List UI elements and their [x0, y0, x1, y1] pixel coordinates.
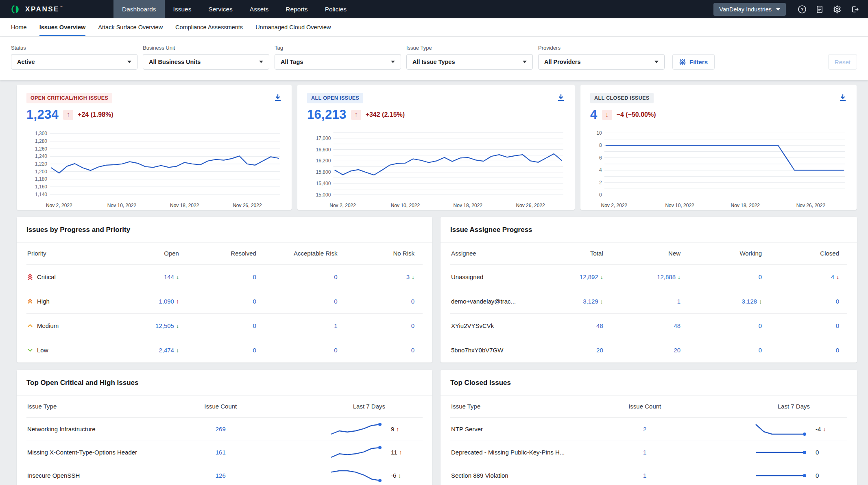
filter-providers: Providers All Providers [538, 45, 665, 70]
trend-up-icon: ↑ [63, 110, 73, 120]
sign-out-icon[interactable] [850, 5, 859, 14]
metric-link[interactable]: 4 [831, 273, 834, 280]
download-icon[interactable] [838, 93, 848, 103]
tab-unmanaged-cloud-overview[interactable]: Unmanaged Cloud Overview [255, 18, 331, 36]
svg-text:1,160: 1,160 [35, 184, 47, 190]
download-icon[interactable] [556, 93, 566, 103]
settings-icon[interactable] [833, 5, 842, 14]
top-closed-issues-card: Top Closed Issues Issue TypeIssue CountL… [441, 370, 857, 485]
account-switcher-button[interactable]: VanDelay Industries [713, 3, 786, 16]
trend-up-icon: ↑ [396, 426, 399, 433]
issue-count-link[interactable]: 126 [216, 472, 226, 479]
release-notes-icon[interactable] [815, 5, 824, 14]
metric-link[interactable]: 0 [411, 298, 414, 305]
svg-text:Nov 2, 2022: Nov 2, 2022 [329, 203, 356, 208]
metric-link[interactable]: 0 [836, 298, 839, 305]
metric-link[interactable]: 0 [253, 347, 256, 354]
metric-link[interactable]: 0 [253, 298, 256, 305]
metric-link[interactable]: 0 [334, 298, 337, 305]
metric-link[interactable]: 0 [759, 347, 762, 354]
issue-type-select[interactable]: All Issue Types [406, 54, 533, 70]
issue-count-link[interactable]: 161 [216, 449, 226, 456]
nav-item-reports[interactable]: Reports [277, 0, 316, 18]
nav-item-assets[interactable]: Assets [241, 0, 277, 18]
table-row: Section 889 Violation10 [450, 464, 847, 485]
metric-link[interactable]: 0 [334, 347, 337, 354]
column-header: No Risk [338, 242, 423, 264]
help-icon[interactable]: ? [798, 5, 807, 14]
svg-text:15,800: 15,800 [316, 169, 331, 175]
xpanse-logo-icon [11, 4, 21, 14]
column-header: Closed [762, 242, 847, 264]
nav-item-policies[interactable]: Policies [316, 0, 355, 18]
svg-text:1,180: 1,180 [35, 176, 47, 182]
metric-link[interactable]: 3,129 [583, 298, 598, 305]
metric-link[interactable]: 0 [836, 322, 839, 329]
metric-link[interactable]: 48 [674, 322, 680, 329]
svg-text:17,000: 17,000 [316, 135, 331, 141]
nav-item-dashboards[interactable]: Dashboards [113, 0, 165, 18]
tag-select[interactable]: All Tags [275, 54, 401, 70]
status-select[interactable]: Active [11, 54, 137, 70]
metric-link[interactable]: 0 [334, 273, 337, 280]
priority-critical-icon [27, 273, 33, 280]
metric-link[interactable]: 3,128 [742, 298, 757, 305]
chevron-down-icon [391, 61, 395, 63]
issue-count-link[interactable]: 2 [643, 426, 646, 433]
tab-issues-overview[interactable]: Issues Overview [39, 18, 86, 36]
table-row: demo+vandelay@trac...3,129↓13,128↓0 [450, 289, 847, 313]
metric-link[interactable]: 0 [411, 347, 414, 354]
metric-link[interactable]: 48 [596, 322, 603, 329]
metric-link[interactable]: 1 [677, 298, 680, 305]
filters-button[interactable]: Filters [672, 54, 715, 70]
tab-attack-surface-overview[interactable]: Attack Surface Overview [98, 18, 163, 36]
issue-type-label: Missing X-Content-Type-Options Header [26, 441, 185, 464]
metric-link[interactable]: 0 [411, 322, 414, 329]
reset-button[interactable]: Reset [828, 54, 857, 70]
providers-select[interactable]: All Providers [538, 54, 665, 70]
metric-link[interactable]: 1,090 [159, 298, 174, 305]
metric-link[interactable]: 0 [253, 273, 256, 280]
tab-compliance-assessments[interactable]: Compliance Assessments [175, 18, 243, 36]
svg-text:8: 8 [599, 142, 602, 148]
kpi-value: 16,213 [307, 107, 347, 122]
row-label: Unassigned [451, 273, 538, 280]
issue-count-link[interactable]: 1 [643, 449, 646, 456]
nav-item-services[interactable]: Services [200, 0, 241, 18]
kpi-value: 4 [590, 107, 598, 122]
all-closed-trend-chart: 0246810Nov 2, 2022Nov 10, 2022Nov 18, 20… [590, 126, 847, 212]
metric-link[interactable]: 3 [406, 273, 410, 280]
top-nav: XPANSE™ Dashboards Issues Services Asset… [0, 0, 868, 18]
metric-link[interactable]: 20 [596, 347, 603, 354]
tab-home[interactable]: Home [11, 18, 27, 36]
svg-text:16,600: 16,600 [316, 147, 331, 153]
issue-count-link[interactable]: 269 [216, 426, 226, 433]
metric-link[interactable]: 12,505 [155, 322, 174, 329]
trend-down-icon: ↓ [759, 298, 762, 305]
svg-text:15,400: 15,400 [316, 181, 331, 186]
svg-text:1,280: 1,280 [35, 138, 47, 144]
business-unit-select[interactable]: All Business Units [143, 54, 269, 70]
open-critical-high-trend-chart: 1,1401,1601,1801,2001,2201,2401,2601,280… [26, 126, 282, 212]
metric-link[interactable]: 12,888 [657, 273, 676, 280]
metric-link[interactable]: 12,892 [580, 273, 598, 280]
kpi-badge: ALL CLOSED ISSUES [590, 93, 654, 103]
filter-label: Business Unit [143, 45, 269, 51]
metric-link[interactable]: 144 [164, 273, 174, 280]
metric-link[interactable]: 20 [674, 347, 680, 354]
nav-item-issues[interactable]: Issues [165, 0, 200, 18]
metric-link[interactable]: 1 [334, 322, 337, 329]
svg-text:Nov 2, 2022: Nov 2, 2022 [601, 203, 628, 208]
download-icon[interactable] [273, 93, 283, 103]
column-header: Open [113, 242, 179, 264]
all-open-issues-card: ALL OPEN ISSUES 16,213 ↑ +342 (2.15%) 15… [297, 85, 575, 210]
brand-logo[interactable]: XPANSE™ [0, 0, 113, 18]
issue-count-link[interactable]: 1 [643, 472, 646, 479]
metric-link[interactable]: 0 [759, 273, 762, 280]
trend-down-icon: ↓ [823, 426, 826, 433]
table-row: High1,090↑000 [26, 289, 423, 313]
metric-link[interactable]: 2,474 [159, 347, 174, 354]
metric-link[interactable]: 0 [759, 322, 762, 329]
metric-link[interactable]: 0 [836, 347, 839, 354]
metric-link[interactable]: 0 [253, 322, 256, 329]
